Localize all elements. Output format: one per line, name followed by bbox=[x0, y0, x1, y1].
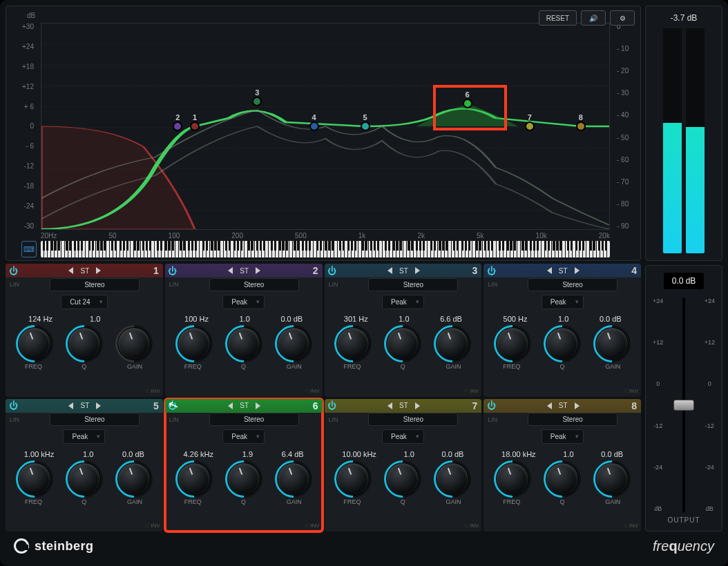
band-q-value-2[interactable]: 1.0 bbox=[240, 315, 250, 323]
band-q-knob-6[interactable] bbox=[227, 462, 260, 496]
band-freq-knob-5[interactable] bbox=[18, 462, 51, 496]
eq-node-8[interactable] bbox=[576, 121, 586, 131]
band-power-2[interactable]: ⏻ bbox=[165, 266, 180, 276]
band-q-knob-4[interactable] bbox=[546, 327, 579, 360]
band-gain-knob-3[interactable] bbox=[436, 327, 469, 360]
band-filter-type-8[interactable]: Peak bbox=[542, 429, 584, 444]
band-next-3[interactable] bbox=[415, 267, 420, 274]
band-mode-8[interactable]: ST bbox=[559, 402, 568, 409]
band-lin-5[interactable]: LIN bbox=[10, 416, 26, 423]
band-mode-4[interactable]: ST bbox=[559, 267, 568, 275]
band-mode-1[interactable]: ST bbox=[80, 267, 89, 275]
band-freq-value-5[interactable]: 1.00 kHz bbox=[24, 450, 54, 458]
band-lin-3[interactable]: LIN bbox=[329, 281, 345, 288]
eq-node-1[interactable] bbox=[190, 121, 200, 131]
band-prev-4[interactable] bbox=[547, 267, 552, 274]
band-gain-knob-1[interactable] bbox=[117, 327, 151, 360]
band-gain-value-3[interactable]: 6.6 dB bbox=[440, 315, 462, 323]
band-next-1[interactable] bbox=[96, 267, 101, 274]
band-freq-value-8[interactable]: 18.00 kHz bbox=[501, 450, 536, 458]
band-stereo-select-8[interactable]: Stereo bbox=[528, 413, 617, 426]
band-prev-2[interactable] bbox=[228, 267, 233, 274]
band-stereo-select-2[interactable]: Stereo bbox=[209, 278, 299, 291]
band-freq-knob-2[interactable] bbox=[178, 327, 211, 360]
band-next-8[interactable] bbox=[575, 402, 579, 409]
band-lin-2[interactable]: LIN bbox=[169, 281, 186, 288]
band-freq-knob-3[interactable] bbox=[336, 327, 370, 360]
band-gain-value-2[interactable]: 0.0 dB bbox=[280, 315, 303, 323]
band-freq-knob-1[interactable] bbox=[18, 327, 51, 360]
settings-button[interactable]: ⚙ bbox=[610, 10, 635, 26]
band-inv-5[interactable]: INV bbox=[145, 523, 160, 529]
band-freq-value-7[interactable]: 10.00 kHz bbox=[342, 450, 376, 458]
band-stereo-select-4[interactable]: Stereo bbox=[528, 278, 617, 291]
eq-node-5[interactable] bbox=[361, 121, 370, 131]
band-gain-value-4[interactable]: 0.0 dB bbox=[600, 315, 622, 323]
band-next-4[interactable] bbox=[575, 267, 579, 274]
band-q-knob-1[interactable] bbox=[68, 327, 101, 360]
band-mode-6[interactable]: ST bbox=[240, 402, 249, 409]
band-gain-knob-4[interactable] bbox=[595, 327, 629, 360]
band-mode-2[interactable]: ST bbox=[240, 267, 249, 275]
band-power-3[interactable]: ⏻ bbox=[325, 266, 340, 276]
band-next-7[interactable] bbox=[415, 402, 420, 409]
eq-curve-area[interactable]: 12345678 bbox=[41, 23, 610, 230]
band-gain-value-6[interactable]: 6.4 dB bbox=[282, 450, 304, 458]
band-prev-5[interactable] bbox=[68, 402, 73, 409]
band-filter-type-5[interactable]: Peak bbox=[63, 429, 105, 444]
band-q-value-3[interactable]: 1.0 bbox=[399, 315, 409, 323]
eq-node-4[interactable] bbox=[309, 121, 319, 131]
band-freq-value-2[interactable]: 100 Hz bbox=[184, 315, 209, 323]
band-stereo-select-5[interactable]: Stereo bbox=[50, 413, 140, 426]
band-lin-4[interactable]: LIN bbox=[488, 281, 504, 288]
band-power-4[interactable]: ⏻ bbox=[483, 266, 499, 276]
band-mode-3[interactable]: ST bbox=[399, 267, 408, 275]
band-freq-knob-8[interactable] bbox=[496, 462, 529, 496]
band-mode-5[interactable]: ST bbox=[80, 402, 89, 409]
band-filter-type-2[interactable]: Peak bbox=[222, 295, 265, 309]
band-prev-8[interactable] bbox=[547, 402, 552, 409]
eq-node-3[interactable] bbox=[252, 97, 262, 106]
band-prev-1[interactable] bbox=[68, 267, 73, 274]
audition-button[interactable]: 🔊 bbox=[581, 10, 606, 26]
band-power-7[interactable]: ⏻ bbox=[325, 400, 340, 411]
band-power-8[interactable]: ⏻ bbox=[483, 400, 499, 411]
band-gain-knob-7[interactable] bbox=[436, 462, 469, 496]
band-q-knob-5[interactable] bbox=[68, 462, 101, 496]
output-fader[interactable]: +24+120-12-24dB +24+120-12-24dB bbox=[650, 297, 718, 512]
eq-node-7[interactable] bbox=[525, 121, 535, 131]
band-q-knob-3[interactable] bbox=[386, 327, 419, 360]
band-gain-value-5[interactable]: 0.0 dB bbox=[122, 450, 144, 458]
band-gain-value-8[interactable]: 0.0 dB bbox=[601, 450, 623, 458]
band-freq-knob-7[interactable] bbox=[336, 462, 370, 496]
band-next-2[interactable] bbox=[256, 267, 260, 274]
band-freq-knob-6[interactable] bbox=[178, 462, 211, 496]
keyboard-toggle[interactable]: ⌨ bbox=[21, 241, 37, 257]
band-mode-7[interactable]: ST bbox=[399, 402, 408, 409]
band-inv-7[interactable]: INV bbox=[464, 523, 479, 529]
band-prev-7[interactable] bbox=[387, 402, 392, 409]
band-q-value-6[interactable]: 1.9 bbox=[242, 450, 253, 458]
band-freq-value-6[interactable]: 4.26 kHz bbox=[184, 450, 213, 458]
band-inv-4[interactable]: INV bbox=[624, 388, 638, 394]
eq-node-2[interactable] bbox=[173, 121, 182, 131]
band-stereo-select-3[interactable]: Stereo bbox=[368, 278, 458, 291]
band-gain-value-7[interactable]: 0.0 dB bbox=[442, 450, 464, 458]
band-q-value-4[interactable]: 1.0 bbox=[558, 315, 568, 323]
band-lin-1[interactable]: LIN bbox=[10, 281, 26, 288]
band-next-6[interactable] bbox=[256, 402, 260, 409]
band-prev-3[interactable] bbox=[387, 267, 392, 274]
band-q-value-1[interactable]: 1.0 bbox=[90, 315, 100, 323]
band-power-1[interactable]: ⏻ bbox=[6, 266, 21, 276]
band-filter-type-6[interactable]: Peak bbox=[222, 429, 265, 444]
frequency-keyboard[interactable] bbox=[41, 241, 610, 257]
band-freq-knob-4[interactable] bbox=[496, 327, 529, 360]
band-q-knob-7[interactable] bbox=[386, 462, 419, 496]
reset-button[interactable]: RESET bbox=[539, 10, 577, 26]
band-filter-type-4[interactable]: Peak bbox=[542, 295, 584, 309]
band-prev-6[interactable] bbox=[228, 402, 233, 409]
band-inv-8[interactable]: INV bbox=[624, 523, 638, 529]
band-q-value-5[interactable]: 1.0 bbox=[83, 450, 93, 458]
band-gain-knob-5[interactable] bbox=[117, 462, 151, 496]
band-q-value-7[interactable]: 1.0 bbox=[404, 450, 414, 458]
